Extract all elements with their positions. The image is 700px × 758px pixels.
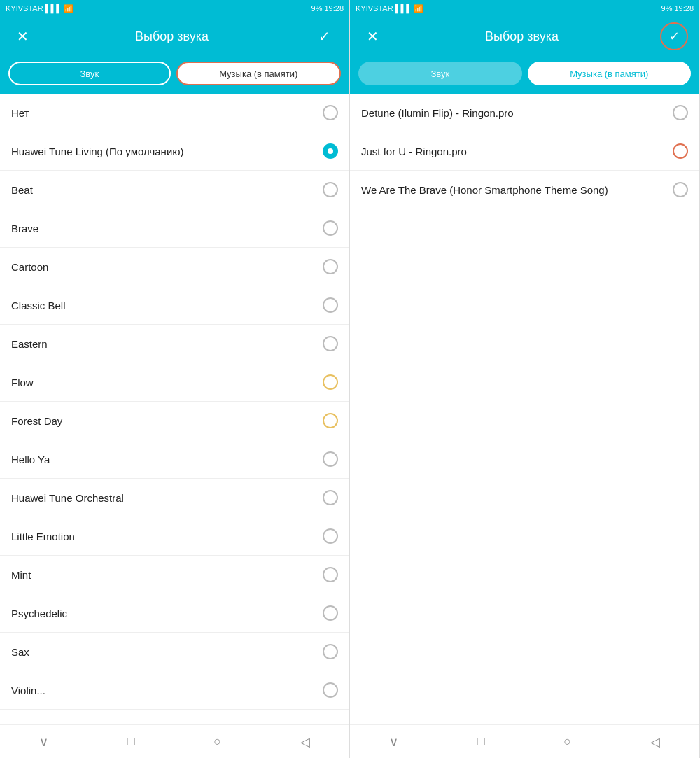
status-bar-right: KYIVSTAR ▌▌▌ 📶 9% 19:28 [350,0,699,17]
list-item[interactable]: Violin... [0,671,349,710]
page-title-right: Выбор звука [384,29,660,44]
radio-button-selected[interactable] [323,143,338,159]
battery-left: 9% [312,4,323,13]
list-item[interactable]: Sax [0,633,349,671]
status-right-right: 9% 19:28 [662,4,694,13]
confirm-button-left[interactable]: ✓ [310,22,338,50]
radio-button[interactable] [323,182,338,197]
item-label: Violin... [11,685,46,696]
radio-button[interactable] [323,220,338,236]
right-panel: KYIVSTAR ▌▌▌ 📶 9% 19:28 ✕ Выбор звука ✓ … [350,0,700,758]
radio-button[interactable] [323,682,338,698]
item-label: Huawei Tune Living (По умолчанию) [11,146,184,157]
nav-bar-left: ∨ □ ○ ◁ [0,724,349,758]
radio-button[interactable] [323,105,338,120]
nav-prev-right[interactable]: ◁ [650,734,660,750]
radio-button[interactable] [323,644,338,659]
item-label: Beat [11,184,33,196]
item-label: Flow [11,377,34,388]
confirm-button-right[interactable]: ✓ [660,22,688,50]
radio-button[interactable] [323,451,338,467]
item-label: Нет [11,107,29,119]
status-right-left: 9% 19:28 [312,4,344,13]
item-label: Detune (Ilumin Flip) - Ringon.pro [361,107,514,119]
list-item[interactable]: Cartoon [0,248,349,286]
item-label: Little Emotion [11,531,75,542]
list-item[interactable]: Beat [0,171,349,209]
list-item[interactable]: Eastern [0,325,349,363]
radio-button[interactable] [323,374,338,390]
status-left-right: KYIVSTAR ▌▌▌ 📶 [356,4,424,13]
list-item[interactable]: Mint [0,556,349,594]
status-bar-left: KYIVSTAR ▌▌▌ 📶 9% 19:28 [0,0,349,17]
list-item[interactable]: Detune (Ilumin Flip) - Ringon.pro [350,94,699,132]
radio-button[interactable] [323,605,338,621]
nav-back-left[interactable]: ∨ [39,734,48,750]
nav-prev-left[interactable]: ◁ [300,734,310,750]
tab-sound-left[interactable]: Звук [8,62,171,85]
item-label: Mint [11,569,31,581]
list-item[interactable]: Classic Bell [0,286,349,325]
carrier-right: KYIVSTAR [356,4,393,13]
radio-button[interactable] [323,336,338,351]
tab-bar-right: Звук Музыка (в памяти) [350,56,699,94]
nav-circle-left[interactable]: ○ [214,734,221,749]
item-label: Huawei Tune Orchestral [11,492,124,504]
list-item[interactable]: Just for U - Ringon.pro [350,132,699,171]
item-label: We Are The Brave (Honor Smartphone Theme… [361,184,608,196]
item-label: Sax [11,646,29,658]
radio-button[interactable] [323,567,338,582]
header-right: ✕ Выбор звука ✓ [350,17,699,56]
close-button-left[interactable]: ✕ [11,28,34,45]
wifi-icon-right: 📶 [414,4,424,13]
time-right: 19:28 [674,4,694,13]
nav-circle-right[interactable]: ○ [564,734,571,749]
tab-music-right[interactable]: Музыка (в памяти) [528,62,692,85]
wifi-icon-left: 📶 [64,4,74,13]
item-label: Psychedelic [11,608,67,619]
radio-button[interactable] [323,490,338,505]
item-label: Forest Day [11,415,62,427]
list-item[interactable]: We Are The Brave (Honor Smartphone Theme… [350,171,699,209]
list-item[interactable]: Huawei Tune Orchestral [0,479,349,517]
list-item[interactable]: Psychedelic [0,594,349,633]
tab-music-left[interactable]: Музыка (в памяти) [176,62,342,85]
status-left: KYIVSTAR ▌▌▌ 📶 [6,4,74,13]
radio-button[interactable] [323,259,338,274]
list-item[interactable]: Forest Day [0,402,349,440]
music-list-right[interactable]: Detune (Ilumin Flip) - Ringon.pro Just f… [350,94,699,724]
signal-icon-left: ▌▌▌ [46,4,62,13]
radio-button[interactable] [323,528,338,544]
radio-button[interactable] [323,297,338,313]
left-panel: KYIVSTAR ▌▌▌ 📶 9% 19:28 ✕ Выбор звука ✓ … [0,0,350,758]
signal-icon-right: ▌▌▌ [396,4,412,13]
radio-button[interactable] [323,413,338,428]
close-button-right[interactable]: ✕ [361,28,384,45]
radio-button[interactable] [673,182,688,197]
list-item[interactable]: Little Emotion [0,517,349,556]
item-label: Hello Ya [11,454,50,465]
time-left: 19:28 [324,4,344,13]
list-item[interactable]: Hello Ya [0,440,349,479]
sound-list-left[interactable]: Нет Huawei Tune Living (По умолчанию) Be… [0,94,349,724]
battery-right: 9% [662,4,673,13]
header-left: ✕ Выбор звука ✓ [0,17,349,56]
radio-button-highlighted[interactable] [673,143,688,159]
nav-back-right[interactable]: ∨ [389,734,398,750]
item-label: Cartoon [11,261,48,273]
item-label: Classic Bell [11,300,66,311]
radio-button[interactable] [673,105,688,120]
tab-bar-left: Звук Музыка (в памяти) [0,56,349,94]
page-title-left: Выбор звука [34,29,310,44]
list-item[interactable]: Flow [0,363,349,402]
nav-home-left[interactable]: □ [127,734,135,749]
list-item[interactable]: Huawei Tune Living (По умолчанию) [0,132,349,171]
carrier-left: KYIVSTAR [6,4,43,13]
item-label: Eastern [11,338,48,350]
tab-sound-right[interactable]: Звук [358,62,522,85]
nav-home-right[interactable]: □ [477,734,485,749]
list-item[interactable]: Brave [0,209,349,248]
list-item[interactable]: Нет [0,94,349,132]
item-label: Brave [11,223,38,234]
nav-bar-right: ∨ □ ○ ◁ [350,724,699,758]
